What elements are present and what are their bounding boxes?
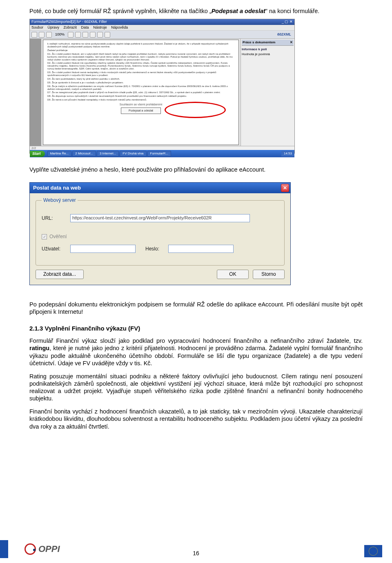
webserver-fieldset: Webový server URL: https://eaccount-test… <box>36 197 285 266</box>
body-paragraph-2: Rating posuzuje momentální situaci podni… <box>29 373 363 402</box>
dialog-title: Poslat data na web <box>33 185 81 191</box>
toolbar-button[interactable] <box>97 32 103 38</box>
credentials-row: Uživatel: Heslo: <box>42 245 278 253</box>
dialog-button-row: Zobrazit data... OK Storno <box>36 270 285 279</box>
ok-button[interactable]: OK <box>217 270 249 279</box>
doc-line: D7. Že se zaregistroval jako poplatník d… <box>47 91 234 94</box>
toolbar-button[interactable] <box>31 32 37 38</box>
verify-label: Ověření <box>49 234 67 240</box>
toolbar: 100% 602XML <box>30 31 294 39</box>
toolbar-button[interactable] <box>39 32 45 38</box>
menu-item[interactable]: Nástroje <box>93 25 107 29</box>
toolbar-button[interactable] <box>90 32 96 38</box>
page-footer: OPPI 16 <box>0 540 392 558</box>
verify-checkbox-row: ✓ Ověření <box>42 234 278 240</box>
toolbar-button[interactable] <box>68 32 74 38</box>
menu-item[interactable]: Nápověda <box>111 25 128 29</box>
intro-text-tail: " na konci formuláře. <box>265 8 319 14</box>
window-titlebar: FormularRZ602imported[2].fo* - 602XML Fi… <box>30 19 294 25</box>
dialog-titlebar: Poslat data na web ✕ <box>30 183 290 193</box>
doc-line: D4. Že není podnikatelem, který by plnil… <box>47 78 234 80</box>
p1-post: , které je nutné jako jedno z kritérií p… <box>29 345 363 366</box>
agree-checkbox-label[interactable]: Souhlasím se všemi prohlášeními <box>47 103 234 106</box>
doc-line: Žadatel prohlašuje: <box>47 49 234 52</box>
footer-stripe <box>0 540 8 558</box>
screenshot-form-filler: FormularRZ602imported[2].fo* - 602XML Fi… <box>29 19 295 154</box>
url-input[interactable]: https://eaccount-test.czechinvest.org/We… <box>70 214 250 222</box>
app-logo: 602XML <box>277 32 293 37</box>
oppi-logo: OPPI <box>24 543 60 555</box>
toolbar-button[interactable] <box>105 32 110 38</box>
toolbar-button[interactable] <box>46 32 52 38</box>
send-data-dialog: Poslat data na web ✕ Webový server URL: … <box>29 182 291 285</box>
url-label: URL: <box>42 215 70 221</box>
eu-stars-icon <box>369 547 378 556</box>
menubar[interactable]: Soubor Úpravy Zobrazit Data Nástroje Náp… <box>30 25 294 31</box>
side-info-text: Hodnota je povinná <box>242 52 294 56</box>
url-row: URL: https://eaccount-test.czechinvest.o… <box>42 214 278 222</box>
side-panel-title: Práce s dokumentem <box>243 40 275 45</box>
intro-paragraph-3: Po podepsání dokumentu elektronickým pod… <box>29 301 363 315</box>
taskbar-item[interactable]: Martina Ře... <box>47 151 72 156</box>
user-label: Uživatel: <box>42 246 70 252</box>
menu-item[interactable]: Úpravy <box>48 25 60 29</box>
side-panel: Práce s dokumentem ✕ Informace k poli Ho… <box>241 39 294 146</box>
taskbar-item[interactable]: FV Druhá vlna <box>120 151 146 156</box>
password-input[interactable] <box>168 245 234 253</box>
zoom-level[interactable]: 100% <box>55 32 65 37</box>
window-controls: _ ▢ ✕ <box>282 20 293 25</box>
intro-paragraph-2: Vyplňte uživatelské jméno a heslo, které… <box>29 166 363 173</box>
eu-flag-icon <box>364 545 382 557</box>
close-icon[interactable]: ✕ <box>290 40 293 45</box>
oppi-mark-icon <box>24 543 36 555</box>
side-section-header: Informace k poli <box>242 47 294 51</box>
taskbar-item[interactable]: FormularR... <box>147 151 171 156</box>
doc-line: D5. Že je oprávněn k činnosti a je v sou… <box>47 81 234 84</box>
menu-item[interactable]: Soubor <box>31 25 43 29</box>
verify-checkbox: ✓ <box>42 234 47 239</box>
doc-line: D3. Že v době podání žádosti nemá nedopl… <box>47 71 234 77</box>
intro-text: Poté, co bude celý formulář RŽ správně v… <box>29 8 212 14</box>
page-number: 16 <box>193 550 199 556</box>
doc-line: D1. Že v době podání žádosti, ani v uply… <box>47 53 234 61</box>
toolbar-button[interactable] <box>82 32 88 38</box>
user-input[interactable] <box>70 245 136 253</box>
doc-line: D9. Že nemá a ani původní žadatel nezapl… <box>47 98 234 101</box>
start-button[interactable]: Start <box>30 151 45 157</box>
left-gutter <box>30 39 41 146</box>
taskbar-item[interactable]: 2 Microsof... <box>72 151 96 156</box>
menu-item[interactable]: Data <box>81 25 89 29</box>
close-icon[interactable]: ✕ <box>281 184 289 192</box>
doc-line: D2. Že v době podání žádosti má vypořádá… <box>47 62 234 70</box>
intro-button-name: Podepsat a odeslat <box>212 8 265 14</box>
show-data-button[interactable]: Zobrazit data... <box>36 270 84 279</box>
p1-bold: ratingu <box>29 345 49 351</box>
form-page: k vedlejší rozhodnutí, zejména na výtce … <box>43 40 239 145</box>
sign-and-send-button[interactable]: Podepsat a odeslat <box>121 107 161 114</box>
doc-line: D6. Že je malým a středním podnikatelem … <box>47 85 234 91</box>
page-indicator: 2/2 <box>31 146 36 150</box>
body-paragraph-3: Finanční bonita vychází z hodnocení fina… <box>29 408 363 430</box>
cancel-button[interactable]: Storno <box>253 270 285 279</box>
section-heading: 2.1.3 Vyplnění Finančního výkazu (FV) <box>29 325 363 333</box>
menu-item[interactable]: Zobrazit <box>64 25 77 29</box>
taskbar-item[interactable]: 3 Internet... <box>97 151 119 156</box>
taskbar-clock: 14:53 <box>281 151 294 156</box>
body-paragraph-1: Formulář Finanční výkaz slouží jako podk… <box>29 337 363 367</box>
fieldset-legend: Webový server <box>42 197 78 203</box>
oppi-text: OPPI <box>38 544 60 554</box>
taskbar: Start Martina Ře... 2 Microsof... 3 Inte… <box>30 150 294 157</box>
intro-paragraph-1: Poté, co bude celý formulář RŽ správně v… <box>29 7 363 15</box>
p1-pre: Formulář Finanční výkaz slouží jako podk… <box>29 337 363 344</box>
toolbar-button[interactable] <box>75 32 81 38</box>
doc-line: D8. Že disponuje sumou způsobilých i dot… <box>47 95 234 98</box>
doc-line: k vedlejší rozhodnutí, zejména na výtce … <box>47 42 234 48</box>
password-label: Heslo: <box>145 246 168 252</box>
statusbar: 2/2 <box>30 146 294 150</box>
window-title: FormularRZ602imported[2].fo* - 602XML Fi… <box>31 20 107 25</box>
